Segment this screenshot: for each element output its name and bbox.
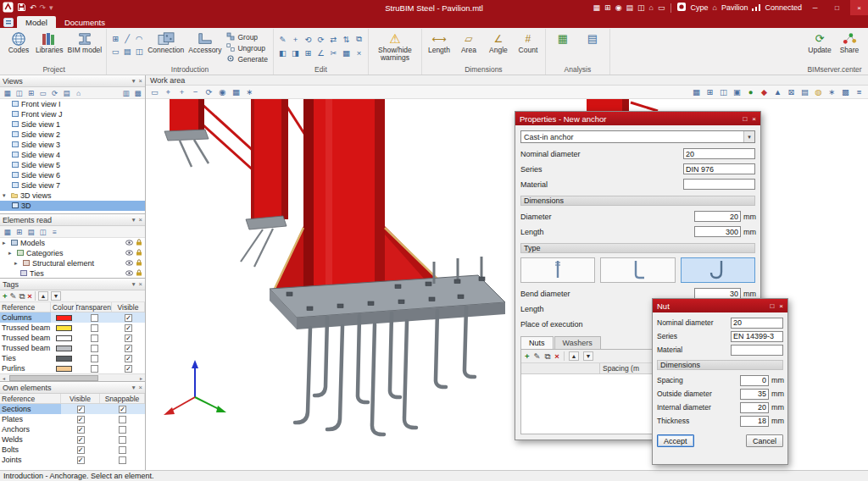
show-hide-warnings-button[interactable]: ⚠ Show/hide warnings: [371, 29, 419, 61]
edit-tool-icon-2[interactable]: +: [289, 32, 302, 46]
view-item[interactable]: Side view 1: [0, 119, 145, 130]
dialog-maximize-icon[interactable]: □: [743, 115, 747, 123]
views-tool-icon-1[interactable]: ▦: [3, 89, 12, 97]
own-element-row[interactable]: Anchors: [0, 424, 145, 434]
eye-icon[interactable]: [125, 269, 133, 278]
viewport-right-tool-icon-5[interactable]: ●: [745, 87, 756, 97]
lock-icon[interactable]: [136, 259, 142, 268]
tree-expand-icon[interactable]: ▸: [8, 250, 14, 257]
thickness-input[interactable]: [740, 416, 769, 427]
colour-swatch[interactable]: [56, 366, 72, 372]
tab-nuts[interactable]: Nuts: [520, 336, 554, 349]
own-element-row[interactable]: Joints: [0, 455, 145, 465]
views-tool-icon-7[interactable]: ⌂: [74, 89, 83, 97]
colour-swatch[interactable]: [56, 325, 72, 331]
view-item[interactable]: Side view 3: [0, 140, 145, 150]
visible-checkbox[interactable]: [77, 456, 85, 464]
edit-tool-icon-5[interactable]: ⇄: [327, 32, 340, 46]
viewport-tool-icon-7[interactable]: ▦: [231, 87, 242, 97]
edit-tool-icon-11[interactable]: ∠: [314, 46, 327, 59]
viewport-tool-icon-6[interactable]: ◉: [217, 87, 228, 97]
viewport-right-tool-icon-3[interactable]: ◫: [718, 87, 729, 97]
scroll-right-icon[interactable]: ▸: [137, 374, 145, 381]
move-nut-up-icon[interactable]: ▲: [569, 351, 579, 361]
eye-icon[interactable]: [125, 249, 133, 257]
snappable-checkbox[interactable]: [119, 456, 126, 464]
account-label[interactable]: Cype: [690, 3, 708, 12]
elements-tool-icon-4[interactable]: ◫: [38, 228, 47, 236]
visible-checkbox[interactable]: [125, 355, 132, 362]
titlebar-tool-icon-4[interactable]: ▤: [626, 3, 633, 12]
edit-tool-icon-3[interactable]: ⟲: [302, 32, 314, 46]
edit-tool-icon-14[interactable]: ×: [353, 46, 365, 59]
views-tool-icon-8[interactable]: ▥: [121, 89, 131, 97]
codes-button[interactable]: Codes: [4, 29, 33, 54]
visible-checkbox[interactable]: [125, 365, 132, 373]
elements-tool-icon-1[interactable]: ▦: [3, 228, 12, 236]
views-tool-icon-6[interactable]: ▤: [62, 89, 71, 97]
transparent-checkbox[interactable]: [91, 365, 98, 373]
view-item[interactable]: Front view I: [0, 99, 145, 109]
viewport-right-tool-icon-11[interactable]: ∗: [826, 87, 837, 97]
tag-row[interactable]: Columns: [0, 312, 145, 323]
angle-button[interactable]: ∠ Angle: [484, 29, 513, 54]
views-close-icon[interactable]: ×: [139, 77, 142, 85]
viewport-tool-icon-8[interactable]: ∗: [244, 87, 255, 97]
element-item-structural[interactable]: ▸ Structural element: [0, 258, 145, 268]
tags-collapse-icon[interactable]: ▾: [132, 280, 136, 288]
tags-horizontal-scrollbar[interactable]: ◂ ▸: [0, 373, 145, 381]
visible-checkbox[interactable]: [77, 406, 85, 413]
viewport-right-tool-icon-13[interactable]: ≡: [854, 87, 865, 97]
edit-tool-icon-4[interactable]: ⟳: [314, 32, 327, 46]
tab-model[interactable]: Model: [17, 16, 56, 28]
viewport-tool-icon-1[interactable]: ▭: [149, 87, 160, 97]
column-header[interactable]: Reference: [0, 394, 61, 403]
diameter-input[interactable]: [694, 211, 741, 222]
transparent-checkbox[interactable]: [91, 345, 98, 352]
elements-collapse-icon[interactable]: ▾: [132, 216, 136, 224]
viewport-tool-icon-2[interactable]: ⌖: [163, 87, 174, 97]
own-element-row[interactable]: Bolts: [0, 445, 145, 455]
column-header[interactable]: Colour: [51, 302, 76, 312]
eye-icon[interactable]: [125, 239, 133, 247]
snappable-checkbox[interactable]: [119, 406, 126, 413]
nut-material-input[interactable]: [731, 345, 783, 356]
edit-tool-icon-8[interactable]: ◧: [276, 46, 289, 59]
edit-tool-icon-6[interactable]: ⇅: [340, 32, 353, 46]
own-collapse-icon[interactable]: ▾: [132, 384, 136, 391]
material-input[interactable]: [683, 179, 755, 190]
edit-tool-icon-9[interactable]: ◨: [289, 46, 302, 59]
anchor-type-l-button[interactable]: [600, 257, 675, 283]
scroll-left-icon[interactable]: ◂: [0, 374, 8, 381]
elements-close-icon[interactable]: ×: [139, 216, 142, 224]
tag-row[interactable]: Purlins: [0, 363, 145, 373]
tree-expand-icon[interactable]: ▸: [14, 260, 20, 267]
minimize-button[interactable]: ─: [806, 0, 824, 15]
outside-diameter-input[interactable]: [740, 389, 769, 400]
area-button[interactable]: ▱ Area: [454, 29, 483, 54]
scrollbar-thumb[interactable]: [9, 375, 98, 381]
views-tool-icon-4[interactable]: ▭: [38, 89, 47, 97]
view-item[interactable]: Side view 5: [0, 160, 145, 170]
titlebar-tool-icon-1[interactable]: ▦: [593, 3, 601, 12]
snappable-checkbox[interactable]: [119, 426, 126, 434]
copy-tag-icon[interactable]: ⧉: [19, 291, 25, 301]
properties-dialog-titlebar[interactable]: Properties - New anchor □ ×: [515, 112, 760, 125]
visible-checkbox[interactable]: [125, 345, 132, 352]
edit-nut-icon[interactable]: ✎: [534, 351, 541, 361]
tab-documents[interactable]: Documents: [56, 16, 114, 28]
element-item-categories[interactable]: ▸ Categories: [0, 248, 145, 258]
move-tag-down-icon[interactable]: ▼: [51, 291, 61, 301]
intro-tool-icon-1[interactable]: ⊞: [109, 32, 121, 45]
own-close-icon[interactable]: ×: [139, 384, 142, 391]
count-button[interactable]: # Count: [514, 29, 542, 54]
own-element-row[interactable]: Sections: [0, 404, 145, 414]
save-icon[interactable]: [17, 3, 26, 14]
tab-washers[interactable]: Washers: [554, 336, 601, 349]
viewport-tool-icon-5[interactable]: ⟳: [203, 87, 214, 97]
delete-nut-icon[interactable]: ×: [554, 351, 559, 361]
edit-tag-icon[interactable]: ✎: [10, 291, 17, 301]
dialog-maximize-icon[interactable]: □: [770, 302, 774, 310]
add-nut-icon[interactable]: +: [525, 351, 530, 361]
views-tool-icon-9[interactable]: ▩: [133, 89, 142, 97]
